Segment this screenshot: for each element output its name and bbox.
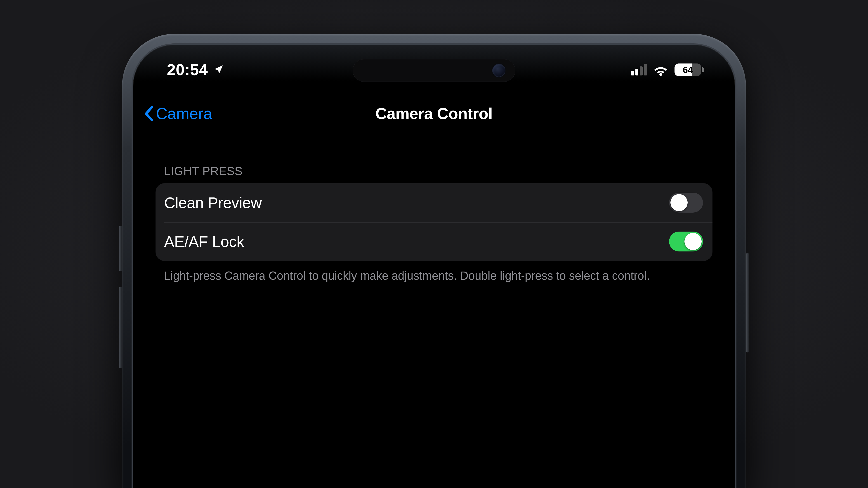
row-label-clean-preview: Clean Preview <box>164 194 262 212</box>
switch-aeaf-lock[interactable] <box>669 232 703 252</box>
status-time: 20:54 <box>167 61 208 79</box>
phone-frame: 20:54 <box>122 34 746 488</box>
side-button <box>746 253 749 352</box>
volume-down-button <box>119 287 122 368</box>
section-footer: Light-press Camera Control to quickly ma… <box>156 261 712 284</box>
dynamic-island <box>352 59 515 82</box>
front-camera-icon <box>492 64 505 77</box>
switch-knob <box>684 233 702 250</box>
back-button[interactable]: Camera <box>144 105 212 123</box>
section-header-light-press: LIGHT PRESS <box>156 164 712 183</box>
switch-knob <box>671 194 688 211</box>
row-clean-preview[interactable]: Clean Preview <box>156 183 712 222</box>
volume-up-button <box>119 226 122 271</box>
switch-clean-preview[interactable] <box>669 193 703 213</box>
back-label: Camera <box>156 105 212 123</box>
battery-percent: 64 <box>675 64 701 76</box>
settings-content: LIGHT PRESS Clean Preview AE/AF Lock Lig… <box>133 126 735 284</box>
row-aeaf-lock[interactable]: AE/AF Lock <box>156 222 712 261</box>
page-title: Camera Control <box>375 105 493 123</box>
settings-group-light-press: Clean Preview AE/AF Lock <box>156 183 712 261</box>
chevron-left-icon <box>144 106 154 122</box>
wifi-icon <box>653 64 668 75</box>
cellular-signal-icon <box>631 64 647 75</box>
screen: 20:54 <box>131 43 737 488</box>
location-arrow-icon <box>213 61 224 79</box>
nav-bar: Camera Camera Control <box>133 101 735 126</box>
row-label-aeaf-lock: AE/AF Lock <box>164 233 244 250</box>
battery-indicator: 64 <box>675 64 701 76</box>
